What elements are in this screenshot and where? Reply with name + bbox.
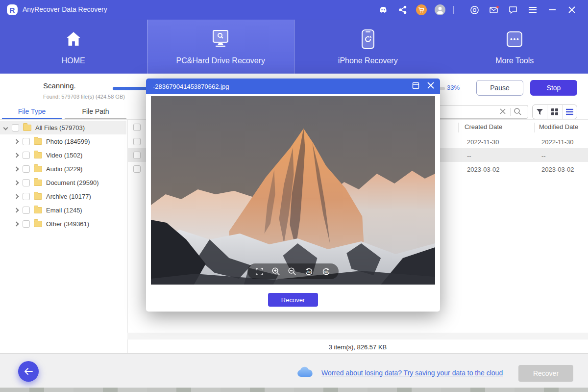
tab-more-tools-label: More Tools: [495, 56, 534, 65]
preview-image: [151, 96, 435, 285]
tab-file-path[interactable]: File Path: [64, 104, 127, 119]
column-header-modified-date[interactable]: Modified Date: [539, 123, 578, 131]
chevron-right-icon[interactable]: [14, 180, 19, 185]
folder-icon: [34, 138, 42, 145]
rotate-right-icon[interactable]: 90: [321, 267, 331, 276]
column-header-created-date[interactable]: Created Date: [465, 123, 502, 131]
preview-close-icon[interactable]: [427, 82, 434, 89]
tab-home-label: HOME: [62, 56, 85, 65]
chevron-right-icon[interactable]: [14, 208, 19, 212]
cloud-backup-link[interactable]: Worred about losing data? Try saving you…: [321, 369, 503, 377]
tree-item-label: Audio (3229): [46, 165, 82, 173]
grid-view-button[interactable]: [547, 105, 562, 119]
feedback-chat-icon[interactable]: [507, 4, 519, 16]
menu-icon[interactable]: [527, 4, 539, 16]
select-all-checkbox[interactable]: [133, 124, 141, 131]
account-avatar-icon[interactable]: [434, 4, 446, 16]
search-clear-icon[interactable]: [499, 108, 506, 115]
tree-item-video[interactable]: Video (1502): [0, 148, 126, 162]
email-checkbox[interactable]: [23, 207, 30, 214]
audio-checkbox[interactable]: [23, 165, 30, 173]
fullscreen-icon[interactable]: [255, 267, 264, 276]
folder-icon: [34, 180, 42, 186]
folder-icon: [34, 221, 42, 227]
archive-checkbox[interactable]: [23, 193, 30, 200]
rotate-left-icon[interactable]: 90: [304, 267, 314, 276]
tab-more-tools[interactable]: More Tools: [441, 20, 588, 74]
iphone-refresh-icon: [361, 28, 375, 51]
desktop-edge-strip: [0, 388, 588, 392]
tree-item-other[interactable]: Other (349361): [0, 217, 126, 231]
mail-icon[interactable]: [488, 4, 500, 16]
app-title: AnyRecover Data Recovery: [23, 5, 107, 13]
other-checkbox[interactable]: [23, 220, 30, 228]
photo-checkbox[interactable]: [23, 138, 30, 145]
zoom-in-icon[interactable]: [271, 267, 280, 276]
stop-button[interactable]: Stop: [530, 80, 577, 96]
tree-item-all-files[interactable]: All Files (579703): [0, 121, 126, 134]
search-separator: [510, 108, 511, 116]
home-icon: [64, 28, 83, 51]
app-logo-icon: R: [7, 4, 18, 15]
tree-item-audio[interactable]: Audio (3229): [0, 162, 126, 176]
preview-recover-button[interactable]: Recover: [268, 293, 318, 307]
filter-button[interactable]: [533, 105, 547, 119]
chevron-right-icon[interactable]: [14, 166, 19, 171]
preview-modal: -283679041453870662.jpg: [146, 78, 440, 312]
mountain-photo: [151, 96, 435, 285]
store-cart-icon[interactable]: [416, 4, 427, 16]
row-checkbox[interactable]: [133, 165, 141, 173]
cell-created-date: 2022-11-30: [467, 138, 499, 146]
tree-item-email[interactable]: Email (1245): [0, 203, 126, 217]
pause-button[interactable]: Pause: [476, 80, 523, 96]
scan-progress-percent: 33%: [447, 84, 460, 91]
tree-item-label: All Files (579703): [35, 124, 85, 131]
scan-status-text: Scanning.: [43, 81, 76, 90]
tree-item-label: Archive (10177): [46, 193, 91, 200]
svg-text:90: 90: [324, 270, 328, 273]
tree-item-label: Document (29590): [46, 179, 99, 186]
tree-item-archive[interactable]: Archive (10177): [0, 189, 126, 203]
chevron-right-icon[interactable]: [14, 153, 19, 157]
monitor-recovery-icon: [209, 28, 232, 51]
cell-created-date: 2023-03-02: [467, 166, 500, 173]
cloud-icon: [296, 366, 315, 379]
folder-icon: [23, 125, 31, 131]
folder-icon: [34, 193, 42, 200]
app-window: R AnyRecover Data Recovery: [0, 0, 588, 392]
tab-iphone-recovery[interactable]: iPhone Recovery: [294, 20, 441, 74]
tree-item-label: Video (1502): [46, 152, 82, 159]
tab-home[interactable]: HOME: [0, 20, 147, 74]
video-checkbox[interactable]: [23, 152, 30, 159]
close-icon[interactable]: [566, 4, 578, 16]
folder-icon: [34, 207, 42, 213]
column-divider: [534, 123, 535, 132]
horizontal-scrollbar-track[interactable]: [127, 333, 588, 340]
row-checkbox[interactable]: [133, 138, 141, 145]
discord-icon[interactable]: [377, 4, 389, 16]
list-view-button[interactable]: [562, 105, 577, 119]
share-icon[interactable]: [397, 4, 409, 16]
scan-found-text: Found: 579703 file(s) (424.58 GB): [43, 94, 125, 100]
tree-item-photo[interactable]: Photo (184599): [0, 134, 126, 148]
support-center-icon[interactable]: [468, 4, 480, 16]
chevron-right-icon[interactable]: [14, 221, 19, 226]
tree-item-label: Email (1245): [46, 207, 82, 214]
minimize-icon[interactable]: [546, 4, 558, 16]
search-icon[interactable]: [514, 107, 522, 116]
selection-summary: 3 item(s), 826.57 KB: [127, 343, 588, 351]
maximize-icon[interactable]: [412, 82, 419, 89]
all-files-checkbox[interactable]: [12, 124, 19, 131]
back-button[interactable]: [18, 361, 39, 382]
row-checkbox[interactable]: [133, 152, 141, 159]
chevron-right-icon[interactable]: [14, 194, 19, 199]
tab-pc-hard-drive-recovery[interactable]: PC&Hard Drive Recovery: [147, 20, 295, 74]
footer-recover-button[interactable]: Recover: [518, 365, 573, 382]
folder-icon: [34, 166, 42, 172]
chevron-right-icon[interactable]: [14, 139, 19, 144]
chevron-down-icon[interactable]: [3, 125, 8, 130]
document-checkbox[interactable]: [23, 179, 30, 186]
tab-file-type[interactable]: File Type: [0, 104, 64, 119]
zoom-out-icon[interactable]: [288, 267, 296, 276]
tree-item-document[interactable]: Document (29590): [0, 176, 126, 189]
